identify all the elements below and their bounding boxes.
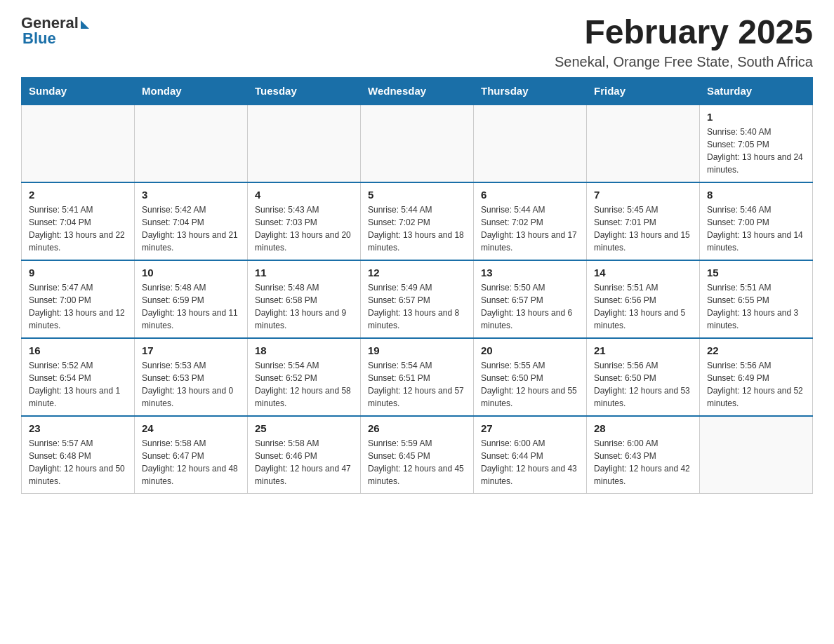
calendar-cell: 17Sunrise: 5:53 AM Sunset: 6:53 PM Dayli… xyxy=(135,338,248,416)
calendar-cell: 9Sunrise: 5:47 AM Sunset: 7:00 PM Daylig… xyxy=(22,260,135,338)
day-info: Sunrise: 5:51 AM Sunset: 6:55 PM Dayligh… xyxy=(707,281,805,332)
calendar-week-row-1: 1Sunrise: 5:40 AM Sunset: 7:05 PM Daylig… xyxy=(22,105,813,182)
day-number: 21 xyxy=(594,344,692,356)
calendar-cell xyxy=(22,105,135,182)
day-info: Sunrise: 5:56 AM Sunset: 6:49 PM Dayligh… xyxy=(707,359,805,410)
page-header: General Blue February 2025 Senekal, Oran… xyxy=(21,14,813,70)
calendar-cell: 19Sunrise: 5:54 AM Sunset: 6:51 PM Dayli… xyxy=(361,338,474,416)
title-section: February 2025 Senekal, Orange Free State… xyxy=(555,14,813,70)
day-info: Sunrise: 5:46 AM Sunset: 7:00 PM Dayligh… xyxy=(707,203,805,254)
calendar-header-monday: Monday xyxy=(135,77,248,105)
calendar-header-friday: Friday xyxy=(587,77,700,105)
calendar-cell: 12Sunrise: 5:49 AM Sunset: 6:57 PM Dayli… xyxy=(361,260,474,338)
calendar-cell: 4Sunrise: 5:43 AM Sunset: 7:03 PM Daylig… xyxy=(248,182,361,260)
day-info: Sunrise: 5:41 AM Sunset: 7:04 PM Dayligh… xyxy=(29,203,127,254)
day-number: 10 xyxy=(142,267,240,279)
calendar-cell: 20Sunrise: 5:55 AM Sunset: 6:50 PM Dayli… xyxy=(474,338,587,416)
day-info: Sunrise: 5:58 AM Sunset: 6:46 PM Dayligh… xyxy=(255,437,353,488)
calendar-cell: 22Sunrise: 5:56 AM Sunset: 6:49 PM Dayli… xyxy=(700,338,813,416)
location-subtitle: Senekal, Orange Free State, South Africa xyxy=(555,54,813,70)
calendar-cell: 23Sunrise: 5:57 AM Sunset: 6:48 PM Dayli… xyxy=(22,416,135,494)
day-info: Sunrise: 5:54 AM Sunset: 6:51 PM Dayligh… xyxy=(368,359,466,410)
day-number: 9 xyxy=(29,267,127,279)
day-info: Sunrise: 5:58 AM Sunset: 6:47 PM Dayligh… xyxy=(142,437,240,488)
calendar-header-sunday: Sunday xyxy=(22,77,135,105)
day-number: 16 xyxy=(29,344,127,356)
day-info: Sunrise: 5:42 AM Sunset: 7:04 PM Dayligh… xyxy=(142,203,240,254)
day-number: 1 xyxy=(707,111,805,123)
day-number: 28 xyxy=(594,422,692,434)
day-number: 26 xyxy=(368,422,466,434)
day-number: 12 xyxy=(368,267,466,279)
day-info: Sunrise: 5:40 AM Sunset: 7:05 PM Dayligh… xyxy=(707,126,805,176)
day-number: 2 xyxy=(29,189,127,201)
day-number: 24 xyxy=(142,422,240,434)
calendar-cell: 26Sunrise: 5:59 AM Sunset: 6:45 PM Dayli… xyxy=(361,416,474,494)
day-number: 20 xyxy=(481,344,579,356)
day-info: Sunrise: 5:47 AM Sunset: 7:00 PM Dayligh… xyxy=(29,281,127,332)
day-number: 5 xyxy=(368,189,466,201)
day-info: Sunrise: 5:48 AM Sunset: 6:59 PM Dayligh… xyxy=(142,281,240,332)
day-info: Sunrise: 5:52 AM Sunset: 6:54 PM Dayligh… xyxy=(29,359,127,410)
calendar-cell: 8Sunrise: 5:46 AM Sunset: 7:00 PM Daylig… xyxy=(700,182,813,260)
calendar-cell: 1Sunrise: 5:40 AM Sunset: 7:05 PM Daylig… xyxy=(700,105,813,182)
day-number: 22 xyxy=(707,344,805,356)
day-number: 14 xyxy=(594,267,692,279)
day-info: Sunrise: 5:54 AM Sunset: 6:52 PM Dayligh… xyxy=(255,359,353,410)
day-number: 11 xyxy=(255,267,353,279)
day-number: 25 xyxy=(255,422,353,434)
calendar-cell xyxy=(587,105,700,182)
day-number: 23 xyxy=(29,422,127,434)
calendar-header-tuesday: Tuesday xyxy=(248,77,361,105)
calendar-cell xyxy=(135,105,248,182)
day-number: 19 xyxy=(368,344,466,356)
day-info: Sunrise: 5:48 AM Sunset: 6:58 PM Dayligh… xyxy=(255,281,353,332)
calendar-week-row-5: 23Sunrise: 5:57 AM Sunset: 6:48 PM Dayli… xyxy=(22,416,813,494)
calendar-header-row: SundayMondayTuesdayWednesdayThursdayFrid… xyxy=(22,77,813,105)
calendar-cell: 13Sunrise: 5:50 AM Sunset: 6:57 PM Dayli… xyxy=(474,260,587,338)
day-info: Sunrise: 5:44 AM Sunset: 7:02 PM Dayligh… xyxy=(368,203,466,254)
calendar-week-row-2: 2Sunrise: 5:41 AM Sunset: 7:04 PM Daylig… xyxy=(22,182,813,260)
day-info: Sunrise: 6:00 AM Sunset: 6:44 PM Dayligh… xyxy=(481,437,579,488)
calendar-cell: 15Sunrise: 5:51 AM Sunset: 6:55 PM Dayli… xyxy=(700,260,813,338)
day-number: 3 xyxy=(142,189,240,201)
calendar-cell: 24Sunrise: 5:58 AM Sunset: 6:47 PM Dayli… xyxy=(135,416,248,494)
calendar-cell: 2Sunrise: 5:41 AM Sunset: 7:04 PM Daylig… xyxy=(22,182,135,260)
calendar-cell xyxy=(248,105,361,182)
logo-arrow-icon xyxy=(81,20,89,29)
calendar-cell: 11Sunrise: 5:48 AM Sunset: 6:58 PM Dayli… xyxy=(248,260,361,338)
calendar-cell: 7Sunrise: 5:45 AM Sunset: 7:01 PM Daylig… xyxy=(587,182,700,260)
day-info: Sunrise: 5:59 AM Sunset: 6:45 PM Dayligh… xyxy=(368,437,466,488)
day-info: Sunrise: 5:45 AM Sunset: 7:01 PM Dayligh… xyxy=(594,203,692,254)
calendar-header-saturday: Saturday xyxy=(700,77,813,105)
calendar-cell: 21Sunrise: 5:56 AM Sunset: 6:50 PM Dayli… xyxy=(587,338,700,416)
day-info: Sunrise: 5:50 AM Sunset: 6:57 PM Dayligh… xyxy=(481,281,579,332)
calendar-week-row-4: 16Sunrise: 5:52 AM Sunset: 6:54 PM Dayli… xyxy=(22,338,813,416)
calendar-cell: 16Sunrise: 5:52 AM Sunset: 6:54 PM Dayli… xyxy=(22,338,135,416)
calendar-cell xyxy=(474,105,587,182)
calendar-cell: 28Sunrise: 6:00 AM Sunset: 6:43 PM Dayli… xyxy=(587,416,700,494)
calendar-header-thursday: Thursday xyxy=(474,77,587,105)
day-info: Sunrise: 5:57 AM Sunset: 6:48 PM Dayligh… xyxy=(29,437,127,488)
day-number: 17 xyxy=(142,344,240,356)
day-info: Sunrise: 5:53 AM Sunset: 6:53 PM Dayligh… xyxy=(142,359,240,410)
day-number: 15 xyxy=(707,267,805,279)
day-info: Sunrise: 5:44 AM Sunset: 7:02 PM Dayligh… xyxy=(481,203,579,254)
calendar-cell xyxy=(700,416,813,494)
calendar-cell: 27Sunrise: 6:00 AM Sunset: 6:44 PM Dayli… xyxy=(474,416,587,494)
calendar-cell: 6Sunrise: 5:44 AM Sunset: 7:02 PM Daylig… xyxy=(474,182,587,260)
day-number: 6 xyxy=(481,189,579,201)
logo-blue-text: Blue xyxy=(22,29,56,48)
day-number: 13 xyxy=(481,267,579,279)
calendar-cell: 14Sunrise: 5:51 AM Sunset: 6:56 PM Dayli… xyxy=(587,260,700,338)
logo: General Blue xyxy=(21,14,89,48)
day-info: Sunrise: 6:00 AM Sunset: 6:43 PM Dayligh… xyxy=(594,437,692,488)
day-number: 4 xyxy=(255,189,353,201)
day-number: 8 xyxy=(707,189,805,201)
calendar-table: SundayMondayTuesdayWednesdayThursdayFrid… xyxy=(21,77,813,494)
calendar-cell: 25Sunrise: 5:58 AM Sunset: 6:46 PM Dayli… xyxy=(248,416,361,494)
calendar-cell: 5Sunrise: 5:44 AM Sunset: 7:02 PM Daylig… xyxy=(361,182,474,260)
day-info: Sunrise: 5:43 AM Sunset: 7:03 PM Dayligh… xyxy=(255,203,353,254)
day-info: Sunrise: 5:56 AM Sunset: 6:50 PM Dayligh… xyxy=(594,359,692,410)
calendar-cell: 3Sunrise: 5:42 AM Sunset: 7:04 PM Daylig… xyxy=(135,182,248,260)
